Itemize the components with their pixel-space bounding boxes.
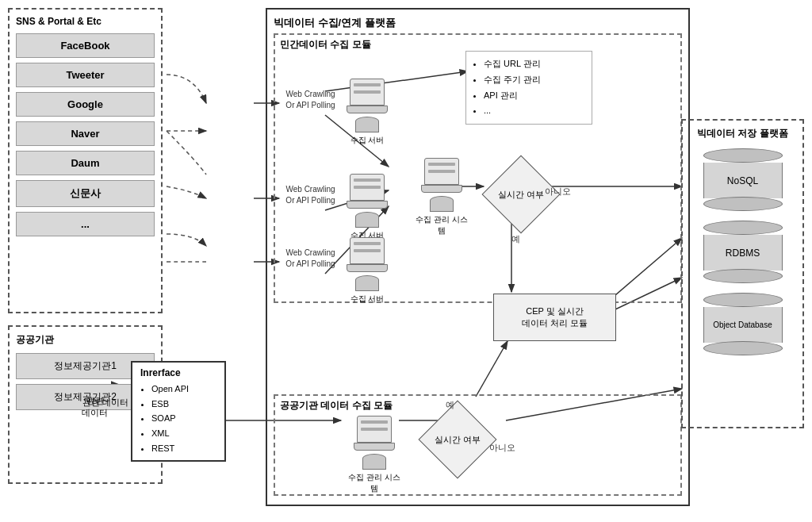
bullet-item-3: API 관리 [484, 88, 585, 104]
bigdata-collect-title: 빅데이터 수집/연계 플랫폼 [274, 16, 682, 30]
bullet-list-box: 수집 URL 관리 수집 주기 관리 API 관리 ... [465, 51, 592, 125]
storage-db-mid-objectdb: Object Database [703, 307, 783, 343]
sns-item-google: Google [16, 92, 155, 117]
sns-item-naver: Naver [16, 121, 155, 146]
diagram-container: SNS & Portal & Etc FaceBook Tweeter Goog… [0, 0, 812, 522]
collection-server-3: 수집 서버 [347, 237, 388, 305]
realtime-text-private: 실시간 여부 [498, 189, 544, 200]
no-label-gov: 아니오 [489, 442, 515, 454]
bullet-item-2: 수집 주기 관리 [484, 72, 585, 88]
crawling-label-1: Web CrawlingOr API Polling [277, 89, 344, 111]
collect-mgmt-system: 수집 관리 시스템 [414, 158, 469, 236]
crawling-label-3: Web CrawlingOr API Polling [277, 248, 344, 270]
collection-server-1: 수집 서버 [347, 79, 388, 146]
sns-section: SNS & Portal & Etc FaceBook Tweeter Goog… [8, 8, 163, 313]
server-label-3: 수집 서버 [350, 294, 385, 305]
interface-item-5: REST [151, 441, 216, 456]
collection-server-2: 수집 서버 [347, 174, 388, 241]
storage-title: 빅데이터 저장 플랫폼 [689, 127, 796, 140]
storage-section: 빅데이터 저장 플랫폼 NoSQL RDBMS Object Database [681, 119, 804, 428]
interface-item-4: XML [151, 426, 216, 441]
realtime-diamond-gov: 실시간 여부 [430, 412, 485, 467]
gov-collect-mgmt: 수집 관리 시스템 [347, 416, 402, 494]
bigdata-collect-section: 빅데이터 수집/연계 플랫폼 민간데이터 수집 모듈 수집 URL 관리 수집 … [266, 8, 690, 506]
sns-item-tweeter: Tweeter [16, 63, 155, 87]
storage-db-mid-nosql: NoSQL [703, 163, 783, 198]
realtime-diamond-private: 실시간 여부 [493, 167, 549, 222]
related-data-text: 관련데이터 [82, 395, 108, 419]
storage-db-top-objectdb [703, 293, 783, 307]
interface-item-2: ESB [151, 397, 216, 412]
interface-title: Inrerface [140, 367, 216, 378]
sns-item-etc: ... [16, 212, 155, 236]
yes-label-private: 예 [511, 233, 520, 245]
storage-db-bot-objectdb [703, 341, 783, 355]
gov-module-box: 공공기관 데이터 수집 모듈 수집 관리 시스템 실시간 여부 예 아니오 [274, 394, 682, 496]
realtime-text-gov: 실시간 여부 [435, 434, 481, 445]
storage-db-mid-rdbms: RDBMS [703, 235, 783, 271]
sns-title: SNS & Portal & Etc [16, 16, 155, 27]
storage-objectdb: Object Database [689, 293, 796, 355]
sns-item-daum: Daum [16, 151, 155, 175]
sns-item-newspaper: 신문사 [16, 180, 155, 207]
nosql-label: NoSQL [727, 175, 758, 186]
objectdb-label: Object Database [713, 320, 772, 329]
interface-item-1: Open API [151, 382, 216, 397]
storage-db-top-nosql [703, 148, 783, 163]
bullet-list: 수집 URL 관리 수집 주기 관리 API 관리 ... [473, 56, 585, 119]
interface-item-3: SOAP [151, 411, 216, 426]
storage-db-top-rdbms [703, 221, 783, 235]
storage-rdbms: RDBMS [689, 221, 796, 283]
collect-mgmt-label: 수집 관리 시스템 [414, 214, 469, 236]
no-label-private: 아니오 [545, 186, 571, 198]
yes-label-gov: 예 [446, 399, 454, 411]
sns-item-facebook: FaceBook [16, 33, 155, 58]
storage-db-bot-nosql [703, 197, 783, 211]
server-label-1: 수집 서버 [350, 135, 385, 146]
bullet-item-4: ... [484, 103, 585, 119]
storage-nosql: NoSQL [689, 148, 796, 211]
crawling-label-2: Web CrawlingOr API Polling [277, 184, 344, 206]
storage-db-bot-rdbms [703, 269, 783, 283]
cep-label: CEP 및 실시간 데이터 처리 모듈 [522, 305, 588, 330]
interface-box: Inrerface Open API ESB SOAP XML REST [131, 361, 226, 462]
cep-box: CEP 및 실시간 데이터 처리 모듈 [493, 294, 616, 341]
private-module-box: 민간데이터 수집 모듈 수집 URL 관리 수집 주기 관리 API 관리 ..… [274, 33, 682, 303]
gov-title: 공공기관 [16, 333, 155, 347]
gov-collect-mgmt-label: 수집 관리 시스템 [347, 472, 402, 494]
interface-list: Open API ESB SOAP XML REST [140, 382, 216, 455]
bullet-item-1: 수집 URL 관리 [484, 56, 585, 72]
rdbms-label: RDBMS [726, 248, 760, 259]
